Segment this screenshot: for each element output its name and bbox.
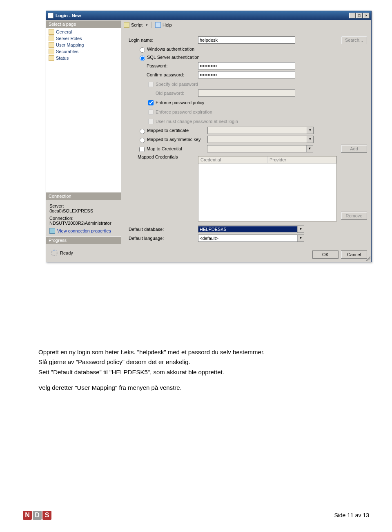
mapped-asym-radio[interactable] xyxy=(140,138,145,143)
login-name-input[interactable] xyxy=(198,36,295,44)
form: Login name: Search... Windows authentica… xyxy=(121,30,371,247)
logo-letter: N xyxy=(23,511,32,520)
chevron-down-icon: ▼ xyxy=(307,127,313,134)
mapped-credentials-table[interactable]: Credential Provider xyxy=(198,156,337,221)
connection-panel: Server: (local)\SQLEXPRESS Connection: N… xyxy=(46,200,121,236)
page-icon xyxy=(49,36,54,41)
mapped-cert-label: Mapped to certificate xyxy=(147,128,207,133)
enforce-expiration-label: Enforce password expiration xyxy=(156,110,212,114)
page-label: General xyxy=(56,29,72,34)
cancel-button[interactable]: Cancel xyxy=(341,250,367,259)
server-value: (local)\SQLEXPRESS xyxy=(49,208,118,213)
chevron-down-icon[interactable]: ▼ xyxy=(297,235,304,241)
must-change-label: User must change password at next login xyxy=(156,119,238,124)
page-user-mapping[interactable]: User Mapping xyxy=(48,42,119,48)
windows-auth-radio[interactable] xyxy=(140,47,145,53)
progress-header: Progress xyxy=(46,236,121,244)
progress-status: Ready xyxy=(60,250,73,255)
separator xyxy=(151,22,152,28)
progress-status-row: Ready xyxy=(49,246,118,259)
ok-button[interactable]: OK xyxy=(312,250,339,259)
page-label: Server Roles xyxy=(56,36,82,41)
view-connection-properties-link[interactable]: View connection properties xyxy=(57,228,111,233)
page-label: User Mapping xyxy=(56,42,84,47)
confirm-password-input[interactable] xyxy=(198,71,295,78)
page-label: Securables xyxy=(56,49,78,54)
confirm-password-label: Confirm password: xyxy=(147,72,198,77)
resize-grip[interactable] xyxy=(365,256,370,261)
old-password-label: Old password: xyxy=(156,91,198,96)
login-new-dialog: Login - New _ □ × Select a page General … xyxy=(46,11,372,262)
page-label: Status xyxy=(56,56,69,60)
document-text: Opprett en ny login som heter f.eks. "he… xyxy=(38,348,353,393)
chevron-down-icon[interactable]: ▼ xyxy=(145,23,148,27)
page-icon xyxy=(49,55,54,61)
help-button[interactable]: Help xyxy=(163,22,172,27)
doc-paragraph: Slå gjerne av "Password policy" dersom d… xyxy=(38,358,353,366)
page-number: Side 11 av 13 xyxy=(334,512,369,519)
add-button[interactable]: Add xyxy=(341,145,367,153)
page-icon xyxy=(49,42,54,48)
dialog-buttons: OK Cancel xyxy=(121,247,371,262)
spinner-icon xyxy=(51,250,58,256)
provider-column-header: Provider xyxy=(267,156,336,163)
map-credential-check[interactable] xyxy=(139,147,145,152)
map-credential-label: Map to Credential xyxy=(147,146,207,151)
close-button[interactable]: × xyxy=(363,13,370,18)
titlebar[interactable]: Login - New _ □ × xyxy=(46,11,371,20)
mapped-cert-radio[interactable] xyxy=(140,129,145,134)
login-name-label: Login name: xyxy=(129,38,198,42)
maximize-button[interactable]: □ xyxy=(356,13,363,18)
doc-paragraph: Sett "Default database" til "HELPDESK5",… xyxy=(38,368,353,376)
must-change-check xyxy=(148,119,154,124)
page-general[interactable]: General xyxy=(48,29,119,35)
default-language-combo[interactable]: <default> ▼ xyxy=(198,235,304,242)
enforce-policy-label: Enforce password policy xyxy=(156,100,204,105)
windows-auth-label: Windows authentication xyxy=(147,47,194,51)
chevron-down-icon: ▼ xyxy=(306,145,313,152)
default-database-combo[interactable]: HELPDESK5 ▼ xyxy=(198,226,304,233)
default-language-value: <default> xyxy=(198,236,297,241)
page-list: General Server Roles User Mapping Secura… xyxy=(46,28,121,62)
password-input[interactable] xyxy=(198,62,295,69)
enforce-policy-check[interactable] xyxy=(148,100,154,105)
connection-header: Connection xyxy=(46,192,121,200)
logo-letter: D xyxy=(33,511,42,520)
server-label: Server: xyxy=(49,203,118,208)
specify-old-password-check xyxy=(148,82,154,87)
specify-old-password-label: Specify old password xyxy=(156,82,198,87)
remove-button[interactable]: Remove xyxy=(341,212,367,220)
mapped-asym-combo: ▼ xyxy=(207,136,314,143)
left-panel: Select a page General Server Roles User … xyxy=(46,20,121,262)
properties-icon xyxy=(49,228,55,234)
mapped-credentials-label: Mapped Credentials xyxy=(129,154,198,159)
connection-label: Connection: xyxy=(49,216,118,221)
page-status[interactable]: Status xyxy=(48,55,119,61)
select-page-header: Select a page xyxy=(46,20,121,28)
default-database-label: Default database: xyxy=(129,227,198,232)
enforce-expiration-check xyxy=(148,110,154,115)
page-securables[interactable]: Securables xyxy=(48,48,119,55)
toolbar: Script ▼ Help xyxy=(121,20,371,30)
nds-logo: N D S xyxy=(23,511,51,520)
script-icon xyxy=(124,22,129,28)
default-database-value: HELPDESK5 xyxy=(198,226,297,232)
main-panel: Script ▼ Help Login name: Search... Wind… xyxy=(121,20,371,262)
doc-paragraph: Opprett en ny login som heter f.eks. "he… xyxy=(38,348,353,356)
password-label: Password: xyxy=(147,63,198,68)
chevron-down-icon[interactable]: ▼ xyxy=(297,226,304,232)
mapped-asym-label: Mapped to asymmetric key xyxy=(147,137,207,142)
script-button[interactable]: Script xyxy=(131,22,143,27)
page-server-roles[interactable]: Server Roles xyxy=(48,35,119,42)
help-icon xyxy=(155,22,161,28)
window-title: Login - New xyxy=(56,13,349,18)
page-icon xyxy=(49,49,54,54)
search-button[interactable]: Search... xyxy=(341,36,367,44)
page-icon xyxy=(49,29,54,35)
page-footer: N D S Side 11 av 13 xyxy=(23,511,369,520)
sql-auth-radio[interactable] xyxy=(140,56,145,61)
chevron-down-icon: ▼ xyxy=(307,136,313,143)
minimize-button[interactable]: _ xyxy=(349,13,356,18)
doc-paragraph: Velg deretter "User Mapping" fra menyen … xyxy=(38,384,353,392)
mapped-cert-combo: ▼ xyxy=(207,127,314,134)
